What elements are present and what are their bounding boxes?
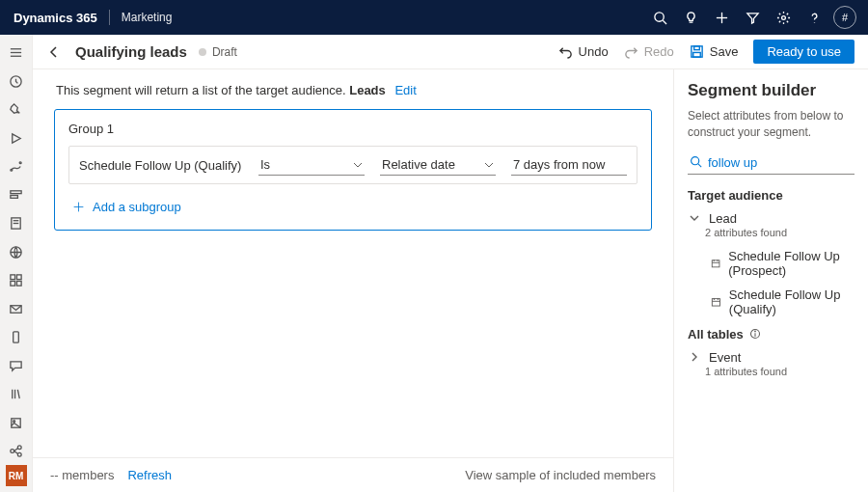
- global-nav: Dynamics 365 Marketing #: [0, 0, 868, 35]
- user-avatar[interactable]: #: [829, 0, 860, 35]
- rail-mail-icon[interactable]: [0, 294, 33, 322]
- chevron-right-icon: [690, 352, 701, 362]
- rail-play-icon[interactable]: [0, 123, 33, 151]
- help-icon[interactable]: [799, 0, 829, 35]
- status-badge: Draft: [199, 45, 237, 59]
- calendar-icon: [711, 257, 720, 270]
- search-icon: [690, 155, 702, 171]
- svg-rect-17: [11, 275, 15, 280]
- rail-sms-icon[interactable]: [0, 323, 33, 351]
- target-entity: Leads: [349, 83, 386, 97]
- svg-line-38: [698, 164, 701, 167]
- tree-node-lead[interactable]: Lead: [688, 208, 854, 229]
- svg-rect-22: [14, 332, 19, 342]
- segment-builder-panel: Segment builder Select attributes from b…: [674, 69, 868, 492]
- tree-node-event[interactable]: Event: [688, 347, 854, 368]
- svg-rect-45: [712, 298, 719, 305]
- svg-line-1: [663, 20, 666, 24]
- left-rail: RM: [0, 35, 33, 492]
- save-button[interactable]: Save: [682, 41, 746, 63]
- svg-point-31: [17, 452, 21, 456]
- canvas-footer: -- members Refresh View sample of includ…: [33, 457, 673, 492]
- rail-grid-icon[interactable]: [0, 266, 33, 294]
- audience-hint: This segment will return a list of the t…: [33, 69, 673, 109]
- app-area[interactable]: Marketing: [122, 11, 173, 24]
- redo-button[interactable]: Redo: [616, 41, 682, 63]
- svg-rect-11: [11, 190, 21, 193]
- product-name: Dynamics 365: [14, 11, 97, 25]
- gear-icon[interactable]: [768, 0, 799, 35]
- filter-icon[interactable]: [737, 0, 768, 35]
- svg-rect-12: [11, 195, 18, 198]
- svg-point-0: [654, 12, 663, 20]
- svg-line-26: [17, 390, 19, 398]
- search-icon[interactable]: [644, 0, 675, 35]
- group-title: Group 1: [68, 122, 637, 136]
- calendar-icon: [711, 295, 721, 309]
- command-bar: Qualifying leads Draft Undo Redo Save Re…: [33, 35, 868, 69]
- lead-attr-count: 2 attributes found: [688, 227, 854, 238]
- rail-connector-icon[interactable]: [0, 437, 33, 465]
- rail-asset-icon[interactable]: [0, 408, 33, 436]
- add-subgroup-button[interactable]: Add a subgroup: [68, 198, 637, 216]
- condition-attribute: Schedule Follow Up (Qualify): [79, 158, 243, 173]
- info-icon[interactable]: [749, 328, 761, 340]
- target-audience-heading: Target audience: [688, 188, 854, 203]
- rail-recent-icon[interactable]: [0, 67, 33, 95]
- svg-point-30: [17, 446, 21, 450]
- svg-rect-20: [16, 282, 21, 287]
- rail-globe-icon[interactable]: [0, 237, 33, 265]
- rail-chat-icon[interactable]: [0, 351, 33, 379]
- refresh-link[interactable]: Refresh: [127, 468, 172, 482]
- attribute-prospect[interactable]: Schedule Follow Up (Prospect): [688, 244, 854, 283]
- rail-form-icon[interactable]: [0, 209, 33, 237]
- lightbulb-icon[interactable]: [675, 0, 706, 35]
- panel-title: Segment builder: [688, 81, 854, 100]
- svg-point-10: [19, 162, 21, 164]
- panel-description: Select attributes from below to construc…: [688, 108, 854, 141]
- all-tables-heading: All tables: [688, 327, 854, 342]
- rail-pin-icon[interactable]: [0, 96, 33, 123]
- svg-point-28: [14, 420, 15, 422]
- rail-journey-icon[interactable]: [0, 152, 33, 180]
- nav-separator: [109, 10, 110, 25]
- edit-target-link[interactable]: Edit: [394, 83, 416, 97]
- value-input[interactable]: 7 days from now: [511, 154, 627, 176]
- condition-row[interactable]: Schedule Follow Up (Qualify) Is Relative…: [68, 146, 637, 184]
- svg-rect-41: [712, 260, 719, 266]
- undo-button[interactable]: Undo: [551, 41, 616, 63]
- event-attr-count: 1 attributes found: [688, 366, 854, 377]
- svg-point-4: [781, 15, 785, 19]
- svg-rect-19: [11, 282, 15, 287]
- attribute-search[interactable]: [688, 152, 854, 175]
- rail-segment-icon[interactable]: [0, 180, 33, 208]
- search-input[interactable]: [704, 155, 868, 170]
- mode-select[interactable]: Relative date: [380, 154, 496, 176]
- persona-badge[interactable]: RM: [6, 465, 27, 486]
- operator-select[interactable]: Is: [258, 154, 365, 176]
- hamburger-icon[interactable]: [0, 39, 33, 67]
- plus-icon: [72, 201, 85, 213]
- chevron-down-icon: [353, 160, 363, 170]
- member-count: -- members: [50, 468, 114, 482]
- view-sample-link[interactable]: View sample of included members: [465, 468, 656, 482]
- back-button[interactable]: [46, 44, 68, 60]
- chevron-down-icon: [484, 160, 494, 170]
- svg-rect-34: [693, 52, 701, 57]
- svg-point-37: [692, 156, 699, 164]
- segment-canvas: This segment will return a list of the t…: [33, 69, 674, 492]
- chevron-down-icon: [690, 213, 701, 223]
- svg-rect-18: [16, 275, 21, 280]
- page-title: Qualifying leads: [75, 43, 187, 60]
- group-block[interactable]: Group 1 Schedule Follow Up (Qualify) Is …: [54, 109, 652, 231]
- svg-point-29: [11, 450, 14, 453]
- ready-to-use-button[interactable]: Ready to use: [753, 40, 854, 64]
- rail-library-icon[interactable]: [0, 380, 33, 408]
- svg-point-51: [754, 331, 755, 332]
- attribute-qualify[interactable]: Schedule Follow Up (Qualify): [688, 283, 854, 321]
- add-icon[interactable]: [706, 0, 737, 35]
- svg-rect-33: [693, 46, 699, 50]
